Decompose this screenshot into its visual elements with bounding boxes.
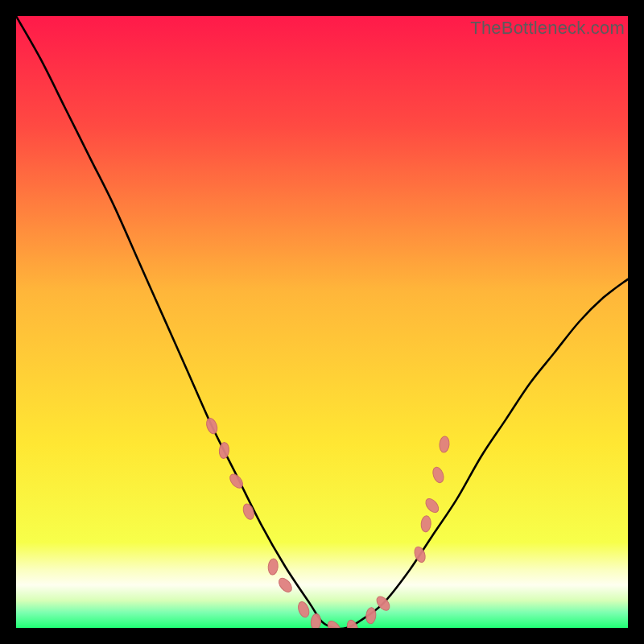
- gradient-background: [16, 16, 628, 628]
- bottleneck-chart: [16, 16, 628, 628]
- chart-frame: TheBottleneck.com: [16, 16, 628, 628]
- watermark-text: TheBottleneck.com: [470, 18, 625, 39]
